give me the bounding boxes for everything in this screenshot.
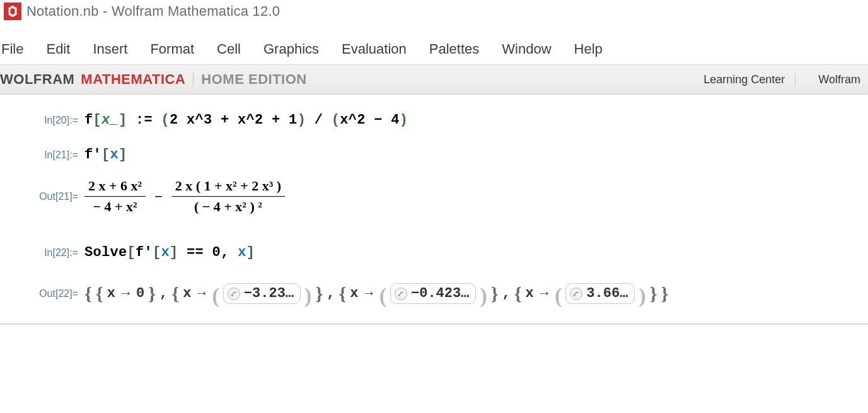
link-wolfram[interactable]: Wolfram	[806, 73, 860, 86]
menu-cell[interactable]: Cell	[205, 37, 252, 62]
rule-3-arrow: →	[538, 286, 551, 301]
cell-content-out-21: 2 x + 6 x² − 4 + x² − 2 x ( 1 + x² + 2 x…	[84, 178, 285, 216]
token-var-x-21: x	[110, 147, 119, 163]
fraction-1-num: 2 x + 6 x²	[84, 178, 146, 194]
cell-label-in-20: In[20]:=	[32, 115, 84, 126]
brand-bar: WOLFRAM MATHEMATICA HOME EDITION Learnin…	[0, 64, 868, 95]
approx-pill-1[interactable]: −3.23…	[223, 283, 301, 304]
rule-1-arrow: →	[195, 286, 208, 301]
root-icon	[570, 288, 582, 300]
cell-label-out-21: Out[21]=	[32, 191, 84, 202]
window-titlebar: Notation.nb - Wolfram Mathematica 12.0	[0, 0, 868, 23]
token-lbracket: [	[93, 112, 102, 128]
approx-pill-2[interactable]: −0.423…	[390, 283, 476, 304]
cell-content-in-22[interactable]: Solve[f'[x] == 0, x]	[84, 245, 255, 260]
fraction-2: 2 x ( 1 + x² + 2 x³ ) ( − 4 + x² ) ²	[171, 178, 285, 216]
root-icon	[395, 288, 407, 300]
token-fprime: f'	[84, 147, 101, 163]
approx-pill-2-val: −0.423…	[411, 286, 469, 301]
link-learning-center[interactable]: Learning Center	[691, 73, 785, 86]
cell-out-21[interactable]: Out[21]= 2 x + 6 x² − 4 + x² − 2 x ( 1 +…	[0, 175, 868, 218]
rule-1-var: x	[183, 286, 191, 301]
cell-content-in-21[interactable]: f'[x]	[84, 147, 127, 163]
token-poly-a: 2 x^3 + x^2 + 1	[170, 112, 298, 128]
menubar: File Edit Insert Format Cell Graphics Ev…	[0, 23, 868, 64]
minus-operator: −	[154, 189, 163, 205]
brand-mathematica: MATHEMATICA	[81, 71, 185, 88]
brand-edition: HOME EDITION	[201, 71, 306, 88]
cell-in-20[interactable]: In[20]:= f[x_] := (2 x^3 + x^2 + 1) / (x…	[0, 110, 868, 131]
token-solve: Solve	[84, 245, 127, 260]
token-lparen: (	[161, 112, 170, 128]
mathematica-app-icon	[4, 3, 21, 20]
rule-0-arrow: →	[119, 286, 132, 301]
rule-2-rbrace: }	[491, 283, 499, 305]
cell-in-21[interactable]: In[21]:= f'[x]	[0, 144, 868, 165]
token-var-x-22a: x	[161, 245, 170, 260]
rule-2-var: x	[350, 286, 358, 301]
token-equal: ==	[178, 245, 212, 260]
cell-content-out-22: { { x → 0 } , { x → ( −3.23… ) } , {	[84, 283, 668, 305]
rule-sep-0: ,	[159, 286, 168, 301]
approx-pill-3[interactable]: 3.66…	[565, 283, 635, 304]
menu-insert[interactable]: Insert	[81, 37, 139, 62]
cell-label-in-22: In[22]:=	[32, 247, 84, 259]
token-pattern-x: x_	[101, 112, 119, 128]
approx-pill-3-val: 3.66…	[586, 286, 628, 301]
brand-link-divider	[795, 73, 796, 86]
cell-group-divider	[0, 323, 868, 325]
token-comma: ,	[221, 245, 238, 260]
token-lbracket-22-inner: [	[153, 245, 161, 260]
token-lbracket-22-outer: [	[127, 245, 136, 260]
rule-sep-2: ,	[502, 286, 511, 301]
menu-palettes[interactable]: Palettes	[418, 37, 491, 62]
rule-1-rbrace: }	[315, 283, 323, 305]
token-zero: 0	[212, 245, 221, 260]
token-fprime-22: f'	[136, 245, 153, 260]
token-poly-b: x^2 − 4	[340, 112, 400, 128]
menu-window[interactable]: Window	[490, 37, 562, 62]
token-divide: /	[306, 112, 332, 128]
token-var-x-22b: x	[238, 245, 246, 260]
rule-3-rbrace: }	[650, 283, 657, 305]
menu-help[interactable]: Help	[563, 37, 614, 62]
brand-separator	[193, 73, 194, 86]
menu-evaluation[interactable]: Evaluation	[330, 37, 418, 62]
rule-0-var: x	[107, 286, 115, 301]
token-func-f: f	[84, 112, 93, 128]
root-icon	[228, 288, 240, 300]
rule-3-var: x	[526, 286, 534, 301]
menu-graphics[interactable]: Graphics	[252, 37, 330, 62]
token-rbracket-22-outer: ]	[246, 245, 255, 260]
rule-0-lbrace: {	[96, 283, 103, 305]
token-rbracket: ]	[119, 112, 127, 128]
menu-format[interactable]: Format	[139, 37, 205, 62]
token-lparen2: (	[332, 112, 340, 128]
outer-rbrace: }	[661, 283, 669, 305]
token-rbracket-22-inner: ]	[170, 245, 178, 260]
cell-content-in-20[interactable]: f[x_] := (2 x^3 + x^2 + 1) / (x^2 − 4)	[84, 112, 408, 128]
cell-in-22[interactable]: In[22]:= Solve[f'[x] == 0, x]	[0, 242, 868, 263]
menu-file[interactable]: File	[0, 37, 35, 62]
cell-label-in-21: In[21]:=	[32, 149, 84, 161]
token-rbracket-21: ]	[119, 147, 127, 163]
menu-edit[interactable]: Edit	[35, 37, 81, 62]
rule-0-rbrace: }	[148, 283, 156, 305]
window-title: Notation.nb - Wolfram Mathematica 12.0	[26, 3, 280, 20]
outer-lbrace: {	[84, 283, 92, 305]
rule-1-lbrace: {	[171, 283, 179, 305]
cell-label-out-22: Out[22]=	[32, 288, 84, 300]
token-rparen2: )	[400, 112, 408, 128]
rule-sep-1: ,	[327, 286, 335, 301]
token-lbracket-21: [	[101, 147, 110, 163]
cell-out-22[interactable]: Out[22]= { { x → 0 } , { x → ( −3.23… ) …	[0, 281, 868, 307]
brand-wolfram: WOLFRAM	[0, 71, 74, 88]
notebook-area[interactable]: In[20]:= f[x_] := (2 x^3 + x^2 + 1) / (x…	[0, 95, 868, 325]
fraction-1: 2 x + 6 x² − 4 + x²	[84, 178, 146, 216]
rule-3-lbrace: {	[514, 283, 522, 305]
rule-2-arrow: →	[362, 286, 375, 301]
fraction-1-den: − 4 + x²	[89, 199, 141, 215]
token-rparen: )	[298, 112, 306, 128]
rule-0-val: 0	[136, 286, 144, 301]
token-setdelayed: :=	[127, 112, 161, 128]
